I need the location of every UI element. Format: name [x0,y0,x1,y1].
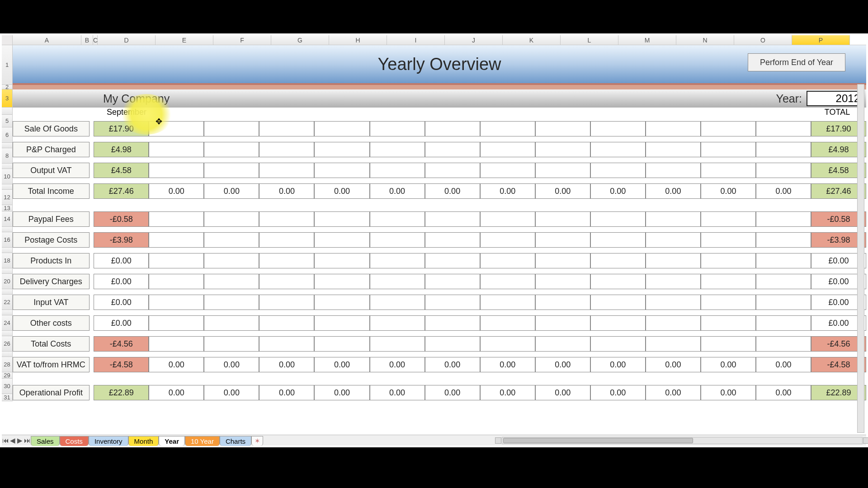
data-cell[interactable] [756,336,811,352]
data-cell[interactable] [425,253,480,268]
column-header-O[interactable]: O [734,35,792,45]
data-cell[interactable]: £17.90 [94,121,149,136]
data-cell[interactable] [204,121,259,136]
sheet-tab-inventory[interactable]: Inventory [89,436,128,446]
data-cell[interactable]: 0.00 [149,357,204,372]
data-cell[interactable]: 0.00 [756,357,811,372]
data-cell[interactable]: 0.00 [204,183,259,199]
row-header-blank3[interactable] [2,108,13,115]
data-cell[interactable] [425,336,480,352]
data-cell[interactable] [756,253,811,268]
tab-nav-prev-icon[interactable]: ◀ [9,436,16,445]
data-cell[interactable] [314,295,369,310]
data-cell[interactable] [590,142,646,157]
data-cell[interactable]: 0.00 [701,183,756,199]
data-cell[interactable] [204,295,259,310]
row-header-12[interactable]: 12 [2,190,13,205]
data-cell[interactable] [259,336,314,352]
sheet-tab-month[interactable]: Month [128,436,159,446]
select-all-corner[interactable] [2,35,13,45]
data-cell[interactable] [480,211,535,227]
data-cell[interactable] [149,315,204,331]
data-cell[interactable]: 0.00 [425,183,480,199]
data-cell[interactable] [701,232,756,248]
data-cell[interactable] [370,315,425,331]
row-header-28[interactable]: 28 [2,357,13,372]
data-cell[interactable] [149,211,204,227]
data-cell[interactable] [480,295,535,310]
data-cell[interactable]: £0.00 [94,274,149,289]
column-header-K[interactable]: K [503,35,561,45]
row-header-24[interactable]: 24 [2,315,13,331]
sheet-tab-costs[interactable]: Costs [60,436,89,446]
data-cell[interactable]: £27.46 [94,183,149,199]
data-cell[interactable]: 0.00 [370,385,425,400]
data-cell[interactable] [425,232,480,248]
data-cell[interactable]: 0.00 [314,385,369,400]
data-cell[interactable] [590,315,646,331]
data-cell[interactable] [370,142,425,157]
data-cell[interactable]: 0.00 [314,183,369,199]
data-cell[interactable]: -£0.58 [94,211,149,227]
data-cell[interactable]: 0.00 [535,385,590,400]
data-cell[interactable] [646,253,701,268]
row-header-10[interactable]: 10 [2,169,13,184]
row-header-20[interactable]: 20 [2,274,13,289]
column-header-L[interactable]: L [561,35,618,45]
data-cell[interactable]: 0.00 [425,385,480,400]
row-header-2[interactable]: 2 [2,85,13,89]
data-cell[interactable] [701,274,756,289]
data-cell[interactable] [756,295,811,310]
data-cell[interactable] [204,253,259,268]
data-cell[interactable]: 0.00 [701,385,756,400]
data-cell[interactable] [370,121,425,136]
data-cell[interactable] [314,232,369,248]
sheet-tab-year[interactable]: Year [159,436,185,446]
data-cell[interactable] [590,163,646,178]
data-cell[interactable] [756,121,811,136]
data-cell[interactable]: 0.00 [480,183,535,199]
row-header-blank24[interactable] [2,331,13,336]
column-header-G[interactable]: G [271,35,329,45]
row-header-8[interactable]: 8 [2,148,13,164]
data-cell[interactable] [646,295,701,310]
data-cell[interactable] [149,232,204,248]
data-cell[interactable]: 0.00 [535,357,590,372]
row-header-6[interactable]: 6 [2,127,13,143]
year-value-cell[interactable]: 2012 [807,91,864,106]
data-cell[interactable] [535,253,590,268]
data-cell[interactable] [259,163,314,178]
data-cell[interactable] [701,336,756,352]
tab-nav-first-icon[interactable]: ⏮ [2,436,9,445]
data-cell[interactable] [259,142,314,157]
data-cell[interactable] [370,295,425,310]
data-cell[interactable] [701,211,756,227]
row-header-blank22[interactable] [2,310,13,315]
data-cell[interactable] [149,295,204,310]
data-cell[interactable]: £0.00 [94,295,149,310]
row-header-blank18[interactable] [2,268,13,274]
data-cell[interactable] [535,336,590,352]
data-cell[interactable] [425,142,480,157]
data-cell[interactable] [756,142,811,157]
column-header-D[interactable]: D [98,35,156,45]
data-cell[interactable]: 0.00 [590,357,646,372]
column-header-P[interactable]: P [792,35,850,45]
data-cell[interactable] [590,336,646,352]
data-cell[interactable]: -£3.98 [94,232,149,248]
data-cell[interactable]: 0.00 [590,183,646,199]
data-cell[interactable] [425,211,480,227]
data-cell[interactable] [204,211,259,227]
horizontal-scrollbar[interactable] [502,437,863,444]
data-cell[interactable]: -£4.56 [94,336,149,352]
data-cell[interactable] [646,211,701,227]
data-cell[interactable] [535,142,590,157]
sheet-tab-10-year[interactable]: 10 Year [185,436,220,446]
vertical-scrollbar[interactable] [857,84,864,433]
data-cell[interactable] [425,295,480,310]
data-cell[interactable]: 0.00 [590,385,646,400]
data-cell[interactable] [149,336,204,352]
scroll-right-icon[interactable] [863,437,868,444]
data-cell[interactable]: 0.00 [646,385,701,400]
column-header-B[interactable]: B [81,35,93,45]
